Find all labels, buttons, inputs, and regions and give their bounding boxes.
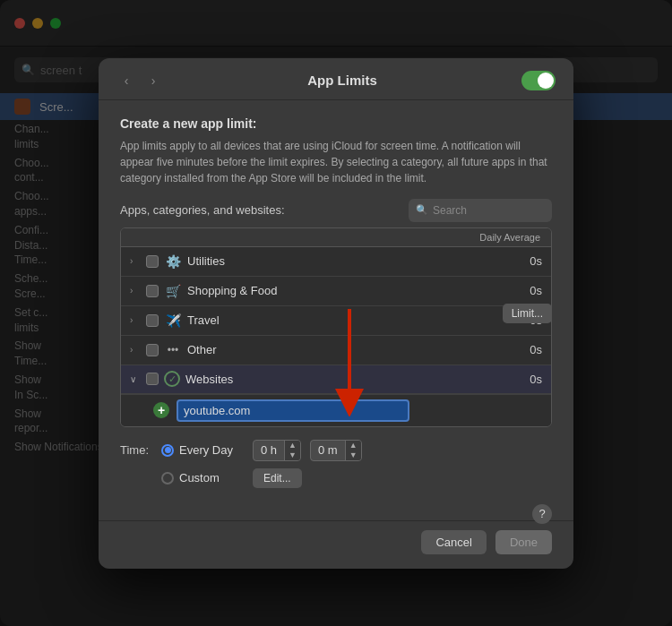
row-chevron: › bbox=[130, 345, 141, 355]
time-section: Time: Every Day 0 h ▲ ▼ 0 m bbox=[120, 440, 552, 488]
row-name-utilities: Utilities bbox=[187, 254, 510, 268]
enable-toggle[interactable] bbox=[521, 71, 556, 90]
row-chevron: › bbox=[130, 256, 141, 266]
search-input[interactable] bbox=[433, 204, 545, 217]
table-header: Daily Average bbox=[121, 228, 551, 247]
everyday-label: Every Day bbox=[179, 443, 244, 457]
minutes-stepper[interactable]: 0 m ▲ ▼ bbox=[310, 440, 362, 461]
app-table: Daily Average › ⚙️ Utilities 0s › 🛒 Shop… bbox=[120, 227, 552, 427]
row-time-shopping: 0s bbox=[515, 284, 542, 297]
row-chevron: › bbox=[130, 286, 141, 296]
time-row-custom: Custom Edit... bbox=[120, 468, 552, 488]
row-checkbox[interactable] bbox=[146, 314, 159, 327]
radio-dot-custom[interactable] bbox=[161, 472, 174, 485]
modal-body: Create a new app limit: App limits apply… bbox=[99, 100, 573, 520]
row-icon-shopping: 🛒 bbox=[164, 282, 182, 300]
app-limits-modal: ‹ › App Limits Create a new app limit: A… bbox=[99, 58, 573, 569]
minutes-up-button[interactable]: ▲ bbox=[346, 441, 361, 450]
help-button[interactable]: ? bbox=[532, 504, 552, 524]
modal-title: App Limits bbox=[170, 73, 514, 88]
row-name-travel: Travel bbox=[187, 313, 510, 327]
minutes-stepper-arrows: ▲ ▼ bbox=[345, 441, 361, 460]
row-checkbox[interactable] bbox=[146, 344, 159, 356]
custom-label: Custom bbox=[179, 471, 244, 485]
url-row: + bbox=[121, 394, 551, 426]
modal-overlay: ‹ › App Limits Create a new app limit: A… bbox=[0, 0, 672, 626]
hours-stepper-arrows: ▲ ▼ bbox=[284, 441, 300, 460]
back-button[interactable]: ‹ bbox=[116, 71, 136, 90]
daily-average-label: Daily Average bbox=[479, 232, 540, 243]
row-time-utilities: 0s bbox=[515, 254, 542, 268]
row-icon-other: ••• bbox=[164, 341, 182, 359]
add-website-icon[interactable]: + bbox=[153, 402, 169, 418]
cancel-button[interactable]: Cancel bbox=[421, 530, 486, 554]
row-name-other: Other bbox=[187, 343, 510, 356]
row-name-websites: Websites bbox=[185, 373, 510, 386]
minutes-down-button[interactable]: ▼ bbox=[346, 450, 361, 460]
hours-up-button[interactable]: ▲ bbox=[285, 441, 300, 450]
hours-value: 0 h bbox=[254, 441, 284, 459]
create-description: App limits apply to all devices that are… bbox=[120, 138, 552, 186]
row-icon-utilities: ⚙️ bbox=[164, 253, 182, 270]
row-chevron: › bbox=[130, 315, 141, 325]
done-button[interactable]: Done bbox=[495, 530, 552, 554]
limit-button[interactable]: Limit... bbox=[503, 304, 552, 323]
create-heading: Create a new app limit: bbox=[120, 116, 552, 131]
row-checkbox[interactable] bbox=[146, 285, 159, 297]
minutes-value: 0 m bbox=[311, 441, 345, 459]
forward-button[interactable]: › bbox=[143, 71, 163, 90]
hours-down-button[interactable]: ▼ bbox=[285, 450, 300, 460]
url-input[interactable] bbox=[177, 399, 409, 422]
websites-check-icon: ✓ bbox=[164, 371, 180, 387]
row-checkbox[interactable] bbox=[146, 255, 159, 268]
create-section: Create a new app limit: App limits apply… bbox=[120, 116, 552, 186]
row-time-other: 0s bbox=[515, 343, 542, 356]
search-box[interactable]: 🔍 bbox=[409, 199, 552, 222]
table-row[interactable]: › 🛒 Shopping & Food 0s bbox=[121, 277, 551, 306]
edit-button[interactable]: Edit... bbox=[253, 468, 302, 488]
row-chevron-websites: ∨ bbox=[130, 374, 141, 384]
radio-dot-everyday[interactable] bbox=[161, 444, 174, 457]
time-row-everyday: Time: Every Day 0 h ▲ ▼ 0 m bbox=[120, 440, 552, 461]
modal-footer: Cancel Done bbox=[99, 520, 573, 569]
row-name-shopping: Shopping & Food bbox=[187, 284, 510, 297]
search-row: Apps, categories, and websites: 🔍 Limit.… bbox=[120, 199, 552, 222]
time-label: Time: bbox=[120, 443, 149, 457]
row-checkbox-websites[interactable] bbox=[146, 373, 159, 385]
radio-everyday[interactable]: Every Day bbox=[161, 443, 244, 457]
table-row-websites[interactable]: ∨ ✓ Websites 0s bbox=[121, 365, 551, 394]
table-row[interactable]: › ⚙️ Utilities 0s bbox=[121, 247, 551, 277]
radio-custom[interactable]: Custom bbox=[161, 471, 244, 485]
search-icon: 🔍 bbox=[416, 204, 428, 216]
hours-stepper[interactable]: 0 h ▲ ▼ bbox=[253, 440, 301, 461]
table-row[interactable]: › ✈️ Travel 0s bbox=[121, 306, 551, 336]
row-time-websites: 0s bbox=[515, 373, 542, 386]
row-icon-travel: ✈️ bbox=[164, 312, 182, 330]
apps-section-label: Apps, categories, and websites: bbox=[120, 203, 285, 217]
table-row[interactable]: › ••• Other 0s bbox=[121, 336, 551, 365]
modal-titlebar: ‹ › App Limits bbox=[99, 58, 573, 100]
